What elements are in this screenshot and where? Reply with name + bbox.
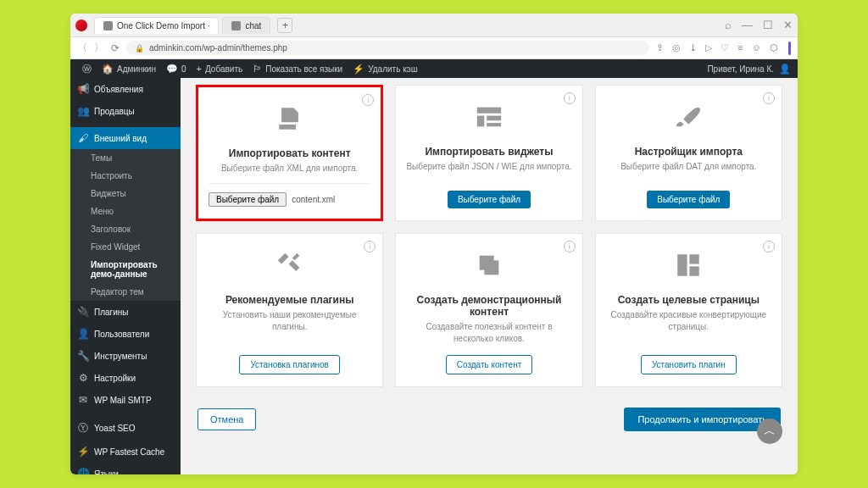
show-languages[interactable]: 🏳Показать все языки: [248, 64, 348, 74]
tab-label: One Click Demo Import ·: [117, 21, 209, 30]
sidebar-item-languages[interactable]: 🌐Языки: [70, 463, 181, 474]
browser-tabbar: One Click Demo Import · chat + ⌕ — ☐ ✕: [70, 14, 798, 37]
sub-themes[interactable]: Темы: [70, 149, 181, 167]
footer-actions: Отмена Продолжить и импортировать: [196, 399, 782, 440]
card-customizer-import: i Настройщик импорта Выберите файл DAT д…: [595, 85, 782, 221]
users-icon: 👥: [77, 105, 89, 117]
card-title: Импортировать контент: [209, 147, 370, 159]
browser-tab[interactable]: chat: [222, 17, 270, 34]
plug-check-icon: [207, 251, 372, 286]
sub-import-demo[interactable]: Импортировать демо-данные: [70, 256, 181, 283]
card-desc: Выберите файл XML для импорта.: [209, 163, 370, 175]
plug-icon: 🔌: [77, 306, 89, 318]
url-field[interactable]: 🔒 adminkin.com/wp-admin/themes.php: [126, 41, 649, 55]
svg-rect-1: [477, 116, 485, 127]
minimize-icon[interactable]: —: [742, 19, 753, 31]
sub-theme-editor[interactable]: Редактор тем: [70, 283, 181, 301]
share-icon[interactable]: ⇪: [656, 42, 664, 53]
card-desc: Установить наши рекомендуемые плагины.: [207, 309, 372, 333]
choose-file-button[interactable]: Выберите файл: [448, 191, 531, 208]
card-title: Настройщик импорта: [606, 146, 771, 158]
camera-icon[interactable]: ◎: [672, 42, 681, 53]
svg-rect-8: [690, 266, 699, 275]
card-landing-pages: i Создать целевые страницы Создавайте кр…: [595, 233, 782, 387]
download-icon[interactable]: ⤓: [689, 42, 697, 53]
user-icon: 👤: [77, 328, 89, 340]
search-icon[interactable]: ⌕: [725, 19, 732, 31]
info-icon[interactable]: i: [763, 241, 775, 252]
reload-button[interactable]: ⟳: [111, 42, 120, 54]
back-button[interactable]: 〈: [77, 41, 87, 55]
megaphone-icon: 📢: [77, 83, 89, 95]
sub-widgets[interactable]: Виджеты: [70, 185, 181, 202]
browser-window: One Click Demo Import · chat + ⌕ — ☐ ✕ 〈…: [70, 14, 798, 474]
sidebar-item-settings[interactable]: ⚙Настройки: [70, 367, 181, 389]
info-icon[interactable]: i: [763, 92, 775, 104]
svg-rect-2: [487, 116, 501, 121]
mail-icon: ✉: [77, 394, 89, 406]
cancel-button[interactable]: Отмена: [198, 408, 256, 430]
card-desc: Создавайте красивые конвертирующие стран…: [606, 309, 771, 333]
wp-logo[interactable]: ⓦ: [77, 63, 97, 75]
greeting[interactable]: Привет, Ирина К.: [707, 64, 774, 74]
sidebar-item-fastest-cache[interactable]: ⚡WP Fastest Cache: [70, 441, 181, 463]
heart-icon[interactable]: ♡: [721, 42, 729, 53]
sub-fixed-widget[interactable]: Fixed Widget: [70, 238, 181, 256]
svg-rect-6: [678, 254, 687, 276]
create-content-button[interactable]: Создать контент: [446, 355, 532, 374]
grid-icon: [406, 103, 571, 137]
info-icon[interactable]: i: [364, 241, 376, 252]
card-title: Создать целевые страницы: [606, 294, 771, 306]
sidebar-item-sellers[interactable]: 👥Продавцы: [70, 100, 181, 122]
play-icon[interactable]: ▷: [705, 42, 712, 53]
sidebar-item-users[interactable]: 👤Пользователи: [70, 323, 181, 345]
card-title: Импортировать виджеты: [406, 146, 571, 158]
card-recommended-plugins: i Рекомендуемые плагины Установить наши …: [196, 233, 383, 387]
appearance-submenu: Темы Настроить Виджеты Меню Заголовок Fi…: [70, 149, 181, 301]
info-icon[interactable]: i: [564, 92, 576, 104]
install-plugin-button[interactable]: Установить плагин: [641, 355, 737, 374]
menu-icon[interactable]: ≡: [737, 42, 743, 53]
choose-file-button[interactable]: Выберите файл: [647, 191, 730, 208]
card-import-widgets: i Импортировать виджеты Выберите файл JS…: [395, 85, 582, 221]
svg-rect-3: [487, 123, 501, 126]
clear-cache[interactable]: ⚡Удалить кэш: [348, 64, 423, 75]
card-title: Рекомендуемые плагины: [207, 294, 372, 306]
svg-rect-5: [484, 260, 498, 274]
gear-icon: ⚙: [77, 372, 89, 384]
sidebar-item-mail-smtp[interactable]: ✉WP Mail SMTP: [70, 389, 181, 411]
sidebar-item-appearance[interactable]: 🖌Внешний вид: [70, 127, 181, 149]
yoast-icon: Ⓨ: [77, 421, 89, 435]
new-tab-button[interactable]: +: [277, 18, 292, 33]
avatar-icon[interactable]: 👤: [779, 64, 791, 75]
wp-admin: ⓦ 🏠Админкин 💬0 +Добавить 🏳Показать все я…: [70, 59, 798, 474]
sub-header[interactable]: Заголовок: [70, 220, 181, 238]
forward-button[interactable]: 〉: [94, 41, 104, 55]
copy-icon: [406, 251, 571, 286]
opera-logo-icon: [75, 19, 87, 31]
sidebar-item-yoast[interactable]: ⓎYoast SEO: [70, 416, 181, 441]
sidebar-item-tools[interactable]: 🔧Инструменты: [70, 345, 181, 367]
site-name[interactable]: 🏠Админкин: [97, 64, 161, 75]
extensions-icon[interactable]: ⬡: [770, 42, 778, 53]
comments-count[interactable]: 💬0: [161, 64, 192, 75]
svg-rect-0: [477, 108, 501, 114]
card-import-content: i Импортировать контент Выберите файл XM…: [196, 85, 383, 221]
add-new[interactable]: +Добавить: [192, 64, 248, 74]
scroll-to-top-button[interactable]: ︿: [757, 419, 782, 444]
sub-customize[interactable]: Настроить: [70, 167, 181, 185]
info-icon[interactable]: i: [362, 94, 374, 106]
maximize-icon[interactable]: ☐: [763, 19, 773, 31]
cards-row-1: i Импортировать контент Выберите файл XM…: [196, 85, 782, 221]
sidebar-item-plugins[interactable]: 🔌Плагины: [70, 301, 181, 323]
sidebar-item-ads[interactable]: 📢Объявления: [70, 78, 181, 100]
choose-file-button[interactable]: Выберите файл: [209, 192, 287, 207]
close-icon[interactable]: ✕: [783, 19, 793, 31]
brush-icon: [606, 103, 771, 137]
sub-menus[interactable]: Меню: [70, 202, 181, 220]
info-icon[interactable]: i: [564, 241, 576, 252]
install-plugins-button[interactable]: Установка плагинов: [239, 355, 340, 374]
profile-icon[interactable]: ☺: [752, 42, 761, 53]
browser-tab-active[interactable]: One Click Demo Import ·: [94, 17, 219, 34]
brush-icon: 🖌: [77, 132, 89, 144]
